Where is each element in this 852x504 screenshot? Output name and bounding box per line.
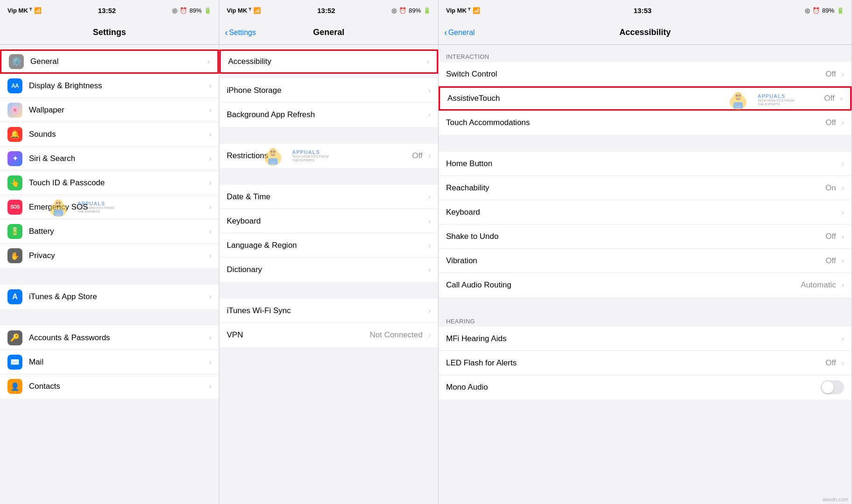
language-chevron: › [428,241,431,250]
vpn-value: Not Connected [370,330,422,340]
call-audio-value: Automatic [801,280,836,290]
general-chevron: › [208,57,210,66]
status-left-1: Vip MK ᵀ 📶 [7,7,42,14]
general-item-dictionary[interactable]: Dictionary › [219,258,438,282]
mail-chevron: › [209,358,211,366]
keyboard-label: Keyboard [227,217,426,226]
settings-item-sos[interactable]: SOS Emergency SOS › [0,195,219,219]
mono-audio-toggle[interactable] [821,380,844,394]
accessibility-item-vibration[interactable]: Vibration Off › [439,249,852,273]
touchid-chevron: › [209,179,211,187]
general-icon: ⚙️ [9,54,24,69]
settings-panel: Vip MK ᵀ 📶 13:52 ◎ ⏰ 89% 🔋 Settings ⚙️ G… [0,0,219,504]
accessibility-item-touch-acc[interactable]: Touch Accommodations Off › [439,111,852,135]
general-item-restrictions[interactable]: Restrictions Off › [219,144,438,168]
accessibility-item-assistive-touch[interactable]: AssistiveTouch Off › [439,86,852,111]
back-chevron-general: ‹ [225,27,228,38]
general-item-datetime[interactable]: Date & Time › [219,185,438,209]
accessibility-item-mfi-aids[interactable]: MFi Hearing Aids › [439,327,852,351]
sounds-label: Sounds [29,130,206,139]
nav-bar-accessibility: ‹ General Accessibility [439,21,852,45]
contacts-label: Contacts [29,382,206,391]
accessibility-chevron: › [427,57,429,66]
time-3: 13:53 [634,7,651,14]
restrictions-chevron: › [428,152,431,160]
itunes-sync-label: iTunes Wi-Fi Sync [227,306,426,315]
shake-undo-label: Shake to Undo [446,232,825,241]
touch-acc-chevron: › [842,119,844,127]
accessibility-item-call-audio[interactable]: Call Audio Routing Automatic › [439,273,852,297]
status-bar-3: Vip MK ᵀ 📶 13:53 ◎ ⏰ 89% 🔋 [439,0,852,21]
accessibility-item-home-button[interactable]: Home Button › [439,152,852,176]
accessibility-item-reachability[interactable]: Reachability On › [439,176,852,200]
display-chevron: › [209,82,211,90]
wallpaper-chevron: › [209,106,211,114]
general-item-bg-refresh[interactable]: Background App Refresh › [219,103,438,127]
settings-item-display[interactable]: AA Display & Brightness › [0,74,219,98]
reachability-label: Reachability [446,183,825,193]
settings-item-touchid[interactable]: 👆 Touch ID & Passcode › [0,171,219,195]
settings-list: ⚙️ General › AA Display & Brightness › 🌸… [0,45,219,504]
shake-undo-chevron: › [842,232,844,241]
touchid-label: Touch ID & Passcode [29,178,206,188]
settings-item-appstore[interactable]: A iTunes & App Store › [0,285,219,309]
accessibility-item-mono-audio[interactable]: Mono Audio [439,375,852,399]
general-panel: Vip MK ᵀ 📶 13:52 ◎ ⏰ 89% 🔋 ‹ Settings Ge… [219,0,439,504]
accounts-label: Accounts & Passwords [29,333,206,343]
location-icon-3: ◎ [805,7,810,14]
vibration-chevron: › [842,257,844,265]
settings-item-siri[interactable]: ✦ Siri & Search › [0,147,219,171]
nav-bar-settings: Settings [0,21,219,45]
nav-bar-general: ‹ Settings General [219,21,438,45]
general-item-accessibility[interactable]: Accessibility › [219,49,438,74]
settings-item-general[interactable]: ⚙️ General › [0,49,219,74]
status-left-3: Vip MK ᵀ 📶 [446,7,480,14]
itunes-sync-chevron: › [428,307,431,315]
accessibility-label: Accessibility [228,57,424,66]
accessibility-item-led-flash[interactable]: LED Flash for Alerts Off › [439,351,852,375]
settings-item-privacy[interactable]: ✋ Privacy › [0,244,219,268]
accessibility-item-switch-control[interactable]: Switch Control Off › [439,62,852,86]
wifi-icon-1: 📶 [34,7,42,14]
sos-label: Emergency SOS [29,203,206,212]
wifi-icon-2: 📶 [253,7,261,14]
keyboard-acc-chevron: › [842,208,844,217]
battery-label: Battery [29,227,206,236]
vibration-label: Vibration [446,256,825,266]
general-item-language[interactable]: Language & Region › [219,233,438,258]
call-audio-label: Call Audio Routing [446,280,801,290]
settings-item-mail[interactable]: ✉️ Mail › [0,350,219,374]
siri-chevron: › [209,154,211,163]
alarm-icon-2: ⏰ [399,7,406,14]
nav-title-general: General [313,28,344,37]
status-right-2: ◎ ⏰ 89% 🔋 [391,7,431,14]
shake-undo-value: Off [825,232,836,241]
settings-item-contacts[interactable]: 👤 Contacts › [0,374,219,399]
battery-pct-2: 89% [409,7,421,14]
time-2: 13:52 [317,7,335,14]
display-icon: AA [7,78,22,93]
nav-title-settings: Settings [93,28,126,37]
general-item-iphone-storage[interactable]: iPhone Storage › [219,78,438,103]
appstore-label: iTunes & App Store [29,292,206,301]
settings-item-wallpaper[interactable]: 🌸 Wallpaper › [0,98,219,122]
general-item-keyboard[interactable]: Keyboard › [219,209,438,233]
home-button-label: Home Button [446,159,839,168]
general-item-itunes-sync[interactable]: iTunes Wi-Fi Sync › [219,299,438,323]
back-button-accessibility[interactable]: ‹ General [444,27,475,38]
mfi-aids-label: MFi Hearing Aids [446,334,839,343]
wallpaper-icon: 🌸 [7,103,22,118]
privacy-label: Privacy [29,251,206,260]
switch-control-label: Switch Control [446,70,825,79]
settings-item-accounts[interactable]: 🔑 Accounts & Passwords › [0,326,219,350]
accessibility-item-shake-undo[interactable]: Shake to Undo Off › [439,224,852,249]
iphone-storage-label: iPhone Storage [227,86,426,95]
nav-title-accessibility: Accessibility [619,28,670,37]
back-button-general[interactable]: ‹ Settings [225,27,256,38]
accessibility-item-keyboard[interactable]: Keyboard › [439,200,852,224]
switch-control-chevron: › [842,70,844,78]
general-item-vpn[interactable]: VPN Not Connected › [219,323,438,347]
settings-item-battery[interactable]: 🔋 Battery › [0,219,219,244]
settings-item-sounds[interactable]: 🔔 Sounds › [0,122,219,147]
mono-audio-toggle-thumb [822,381,834,393]
